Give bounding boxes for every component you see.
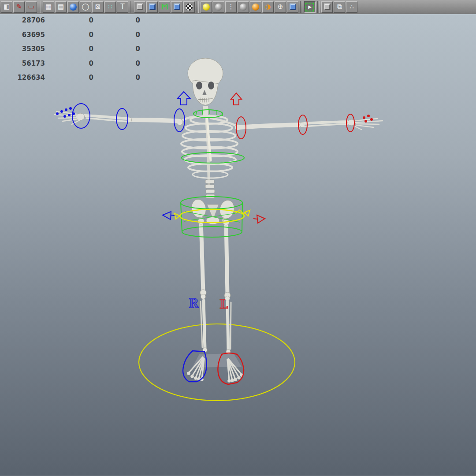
render-settings-icon[interactable] <box>250 1 261 13</box>
ipr-render-icon[interactable] <box>213 1 224 13</box>
skull <box>188 58 223 105</box>
viewport-3d[interactable]: 28706 0 0 63695 0 0 35305 0 0 56173 0 0 … <box>0 14 476 476</box>
toolbar-separator <box>197 1 199 13</box>
toolbar-separator <box>130 1 132 13</box>
lumbar-spine <box>205 180 215 198</box>
hip-box-control <box>181 197 242 237</box>
add-node-icon[interactable]: ⊕ <box>275 1 286 13</box>
snap-to-grid-icon[interactable] <box>67 1 79 13</box>
ipr-region-icon[interactable] <box>238 1 249 13</box>
hip-cone-control-right <box>163 212 175 219</box>
construction-history-icon[interactable]: [*] <box>159 1 170 13</box>
neck-bones <box>203 106 208 116</box>
checker-sphere-icon[interactable] <box>183 1 195 13</box>
right-side-controls[interactable]: R <box>56 92 207 382</box>
head-arrow-control-right <box>178 92 190 105</box>
texture-cube-icon[interactable] <box>287 1 298 13</box>
legs <box>198 218 231 354</box>
eraser-tool-icon[interactable]: ▭ <box>26 1 37 13</box>
label-left: L <box>219 298 228 311</box>
duplicate-icon[interactable]: ⧉ <box>334 1 345 13</box>
grid-icon[interactable]: ▦ <box>43 1 54 13</box>
render-diagnostics-icon[interactable]: ⋮ <box>225 1 237 13</box>
output-connections-icon[interactable] <box>146 1 158 13</box>
hip-cone-control-left <box>253 215 265 223</box>
snap-to-plane-icon[interactable]: ∷ <box>104 1 116 13</box>
scene-canvas[interactable]: R L <box>0 14 476 476</box>
input-connections-icon[interactable] <box>134 1 145 13</box>
toolbar-separator <box>300 1 302 13</box>
skeleton-model[interactable] <box>55 58 383 382</box>
render-current-frame-icon[interactable] <box>201 1 212 13</box>
left-side-controls[interactable]: L <box>218 93 373 384</box>
foot-right <box>188 357 204 380</box>
object-mode-cube-icon[interactable] <box>321 1 333 13</box>
head-arrow-control-left <box>231 93 242 105</box>
toolbar-separator <box>317 1 320 13</box>
snap-to-point-icon[interactable]: ⊠ <box>92 1 104 13</box>
share-nodes-icon[interactable]: ∴ <box>346 1 357 13</box>
status-line-toolbar: ◧ ✎ ▭ ▦ ▤ ◯ ⊠ ∷ T [*] ⋮ ◑ ⊕ ▶ ⧉ ∴ <box>0 0 476 14</box>
toolbar-separator <box>39 1 41 13</box>
selection-tool-icon[interactable]: ▶ <box>304 1 316 13</box>
arm-left <box>235 119 383 130</box>
pen-tool-icon[interactable]: ✎ <box>13 1 25 13</box>
pelvis <box>190 198 236 224</box>
label-right: R <box>189 297 199 310</box>
gamma-display-icon[interactable]: ◑ <box>262 1 274 13</box>
render-cube-icon[interactable] <box>171 1 182 13</box>
snap-to-curve-icon[interactable]: ◯ <box>80 1 91 13</box>
text-tool-icon[interactable]: T <box>117 1 128 13</box>
film-gate-icon[interactable]: ▤ <box>55 1 67 13</box>
object-selection-mask-icon[interactable]: ◧ <box>1 1 12 13</box>
